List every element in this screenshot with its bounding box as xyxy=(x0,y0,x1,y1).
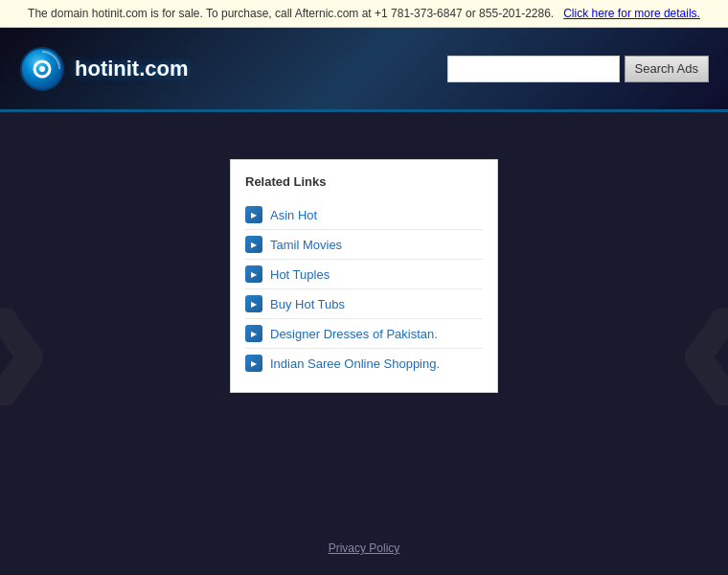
search-input[interactable] xyxy=(447,56,620,82)
logo-area: hotinit.com xyxy=(19,46,189,92)
footer: Privacy Policy xyxy=(0,539,728,556)
link-bullet-icon xyxy=(245,325,262,342)
link-label: Tamil Movies xyxy=(270,238,342,252)
link-label: Hot Tuples xyxy=(270,267,330,282)
privacy-link[interactable]: Privacy Policy xyxy=(329,541,400,555)
link-label: Designer Dresses of Pakistan. xyxy=(270,327,438,341)
search-area: Search Ads xyxy=(447,56,710,82)
notification-bar: The domain hotinit.com is for sale. To p… xyxy=(0,0,728,28)
link-bullet-icon xyxy=(245,295,262,312)
link-bullet-icon xyxy=(245,206,262,223)
svg-point-2 xyxy=(39,66,45,72)
link-item[interactable]: Indian Saree Online Shopping. xyxy=(245,349,483,378)
link-bullet-icon xyxy=(245,236,262,253)
link-bullet-icon xyxy=(245,355,262,372)
related-links-list: Asin HotTamil MoviesHot TuplesBuy Hot Tu… xyxy=(245,200,483,378)
related-links-title: Related Links xyxy=(245,174,483,189)
link-bullet-icon xyxy=(245,265,262,283)
link-item[interactable]: Designer Dresses of Pakistan. xyxy=(245,319,483,349)
link-item[interactable]: Asin Hot xyxy=(245,200,483,230)
link-item[interactable]: Hot Tuples xyxy=(245,260,483,289)
logo-icon xyxy=(19,46,65,92)
notification-text: The domain hotinit.com is for sale. To p… xyxy=(28,7,554,20)
link-label: Asin Hot xyxy=(270,208,317,222)
search-button[interactable]: Search Ads xyxy=(625,56,710,82)
link-label: Indian Saree Online Shopping. xyxy=(270,356,440,371)
link-item[interactable]: Buy Hot Tubs xyxy=(245,289,483,319)
link-item[interactable]: Tamil Movies xyxy=(245,230,483,260)
main-content: Related Links Asin HotTamil MoviesHot Tu… xyxy=(0,97,728,575)
notification-link[interactable]: Click here for more details. xyxy=(563,7,700,20)
link-label: Buy Hot Tubs xyxy=(270,297,345,311)
site-title: hotinit.com xyxy=(75,57,189,81)
related-links-box: Related Links Asin HotTamil MoviesHot Tu… xyxy=(230,159,498,393)
